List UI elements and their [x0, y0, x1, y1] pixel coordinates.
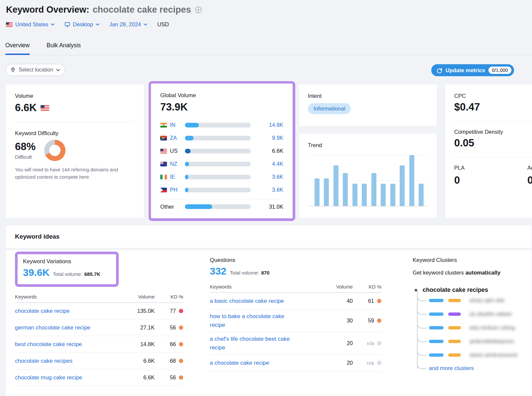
volume-bar-fill — [185, 149, 191, 153]
intent-card: Intent Informational — [298, 84, 437, 126]
tab-bar: Overview Bulk Analysis — [0, 42, 532, 55]
volume-bar — [185, 204, 251, 209]
cluster-item: as dauthe salass — [417, 307, 525, 321]
cluster-pill-icon — [429, 299, 444, 302]
keyword-link[interactable]: a basic chocolate cake recipe — [210, 298, 284, 304]
cluster-item-text-blurred: asq xsnkue cxbng — [469, 324, 515, 331]
keyword-link[interactable]: chocolate mug cake recipe — [15, 374, 82, 381]
intent-badge: Informational — [308, 103, 351, 114]
date-label: Jan 28, 2024 — [109, 21, 141, 28]
tab-bulk-analysis[interactable]: Bulk Analysis — [47, 42, 81, 54]
cpc-card: CPC $0.47 Competitive Density 0.05 PLA 0… — [445, 84, 532, 218]
refresh-icon — [437, 68, 442, 73]
country-code-link[interactable]: US — [170, 148, 182, 154]
difficulty-dot — [377, 318, 381, 323]
global-volume-row: PH 3.6K — [160, 183, 283, 196]
volume-header: Volume — [316, 284, 353, 290]
keyword-volume: 14.8K — [118, 341, 155, 347]
add-keyword-icon[interactable] — [195, 6, 202, 13]
kd-value: 61 — [368, 298, 374, 304]
country-code-link[interactable]: IE — [170, 174, 182, 180]
keyword-variations-column: Keyword Variations 39.6K Total volume: 6… — [6, 250, 197, 396]
questions-total-label: Total volume: — [230, 270, 259, 276]
pla-value: 0 — [454, 174, 527, 186]
difficulty-dot — [377, 299, 381, 303]
difficulty-dot — [179, 309, 183, 313]
select-location-label: Select location — [19, 67, 53, 73]
table-row: german chocolate cake recipe 27.1K 56 — [15, 319, 183, 336]
cluster-item-text-blurred: whau qeh dsk — [469, 297, 504, 304]
volume-bar-fill — [185, 162, 189, 166]
kd-value: n/a — [367, 360, 374, 366]
table-header: Keywords Volume KD % — [15, 291, 183, 303]
cluster-item-text-blurred: qmknxklwlwqxsxs — [469, 338, 514, 345]
country-code-link[interactable]: ZA — [170, 135, 182, 141]
cluster-pill-icon — [448, 299, 461, 302]
country-volume: 3.6K — [254, 174, 283, 180]
volume-bar — [185, 136, 251, 140]
page-title-keyword: chocolate cake recipes — [93, 5, 191, 15]
keywords-header: Keywords — [15, 294, 118, 299]
global-volume-row: NZ 4.4K — [160, 157, 283, 170]
divider — [15, 122, 135, 122]
country-code-link[interactable]: NZ — [170, 161, 182, 167]
flag-ph-icon — [160, 188, 167, 192]
trend-bar — [419, 184, 424, 206]
more-clusters-link[interactable]: and more clusters — [429, 365, 474, 372]
volume-bar — [185, 162, 251, 166]
volume-bar — [185, 123, 251, 127]
questions-count: 332 — [210, 266, 226, 277]
chevron-down-icon — [56, 69, 60, 71]
trend-bar — [409, 155, 414, 206]
page-title: Keyword Overview: chocolate cake recipes — [6, 5, 202, 15]
update-metrics-button[interactable]: Update metrics 0/1,000 — [431, 64, 514, 76]
variations-total-label: Total volume: — [53, 271, 82, 277]
cluster-item: aews senkuesaxsd — [417, 348, 525, 362]
quota-badge: 0/1,000 — [488, 67, 511, 74]
volume-bar-fill — [185, 123, 199, 127]
cluster-item: qmknxklwlwqxsxs — [417, 334, 525, 348]
difficulty-dot — [179, 325, 183, 330]
kd-header: KD % — [353, 284, 381, 290]
global-volume-value: 73.9K — [160, 101, 283, 113]
select-location-button[interactable]: Select location — [5, 64, 65, 76]
trend-bar — [315, 178, 320, 206]
keyword-overview-page: Keyword Overview: chocolate cake recipes… — [0, 0, 532, 396]
difficulty-dot — [179, 342, 183, 346]
table-row: best chocolate cake recipe 14.8K 66 — [15, 336, 183, 353]
date-dropdown[interactable]: Jan 28, 2024 — [109, 21, 147, 28]
kd-value: 66 — [170, 341, 176, 347]
keyword-link[interactable]: chocolate cake recipe — [15, 308, 69, 314]
keyword-link[interactable]: best chocolate cake recipe — [15, 341, 82, 347]
kd-value: 77 — [170, 308, 176, 314]
global-volume-row: ZA 9.9K — [160, 131, 283, 144]
cluster-root: chocolate cake recipes — [413, 287, 525, 294]
competitive-density-value: 0.05 — [454, 137, 532, 149]
table-row: chocolate mug cake recipe 6.6K 56 — [15, 369, 183, 386]
volume-bar — [185, 188, 251, 192]
kd-value: n/a — [367, 340, 374, 346]
monitor-icon — [65, 22, 70, 27]
competitive-density-label: Competitive Density — [454, 129, 532, 135]
trend-bar — [390, 184, 395, 206]
difficulty-value: 68% — [15, 141, 36, 153]
other-label: Other — [160, 204, 182, 210]
global-volume-card: Global Volume 73.9K IN 14.8K ZA 9.9K — [151, 84, 293, 218]
table-row: chocolate cake recipe 135.0K 77 — [15, 303, 183, 319]
kd-value: 56 — [170, 324, 176, 331]
keyword-link[interactable]: chocolate cake recipes — [15, 358, 72, 364]
device-dropdown[interactable]: Desktop — [65, 21, 99, 28]
keyword-ideas-title: Keyword ideas — [5, 225, 532, 248]
keyword-link[interactable]: how to bake a chocolate cake recipe — [210, 322, 300, 328]
difficulty-level: Difficult — [15, 154, 36, 160]
keyword-link[interactable]: german chocolate cake recipe — [15, 324, 90, 331]
volume-value: 6.6K — [15, 102, 37, 114]
keyword-link[interactable]: a chocolate cake recipe — [210, 360, 269, 366]
keyword-link[interactable]: a chef's life chocolate beet cake recipe — [210, 344, 300, 351]
tab-overview[interactable]: Overview — [5, 42, 30, 55]
country-code-link[interactable]: PH — [170, 187, 182, 193]
country-code-link[interactable]: IN — [170, 122, 182, 128]
location-dropdown[interactable]: United States — [6, 21, 55, 28]
country-volume: 9.9K — [254, 135, 283, 141]
trend-bar — [371, 173, 376, 206]
